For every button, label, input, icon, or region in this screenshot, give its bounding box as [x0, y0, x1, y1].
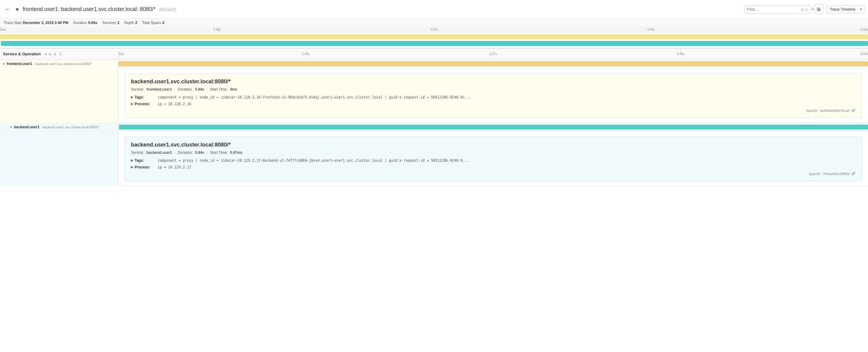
service-op-header: Service & Operation ▾ ▸ ↡ ↧	[0, 51, 119, 57]
spans-container: ▾ frontend.user1 backend.user1.svc.clust…	[0, 60, 868, 186]
span-timeline-frontend[interactable]	[119, 60, 868, 68]
tags-value-fe: component = proxy | node_id = sidecar~10…	[158, 95, 471, 99]
span-service-backend: backend.user1	[14, 125, 39, 129]
span-bar-frontend	[119, 61, 868, 66]
search-next-button[interactable]: ▷	[805, 7, 809, 12]
detail-meta-frontend: Service: frontend.user1 | Duration: 5.94…	[131, 87, 856, 91]
trace-title-text: frontend.user1: backend.user1.svc.cluste…	[23, 6, 155, 12]
detail-left-spacer-backend	[0, 131, 119, 186]
detail-process-row-fe: ▶ Process: ip = 10.128.2.16	[131, 102, 856, 106]
detail-title-frontend: backend.user1.svc.cluster.local:8080/*	[131, 79, 856, 85]
search-input[interactable]	[747, 7, 798, 11]
column-header-row: Service & Operation ▾ ▸ ↡ ↧ 0ms 1.49s 2.…	[0, 49, 868, 60]
depth-label: Depth	[124, 21, 134, 25]
process-expand-button-be[interactable]: ▶	[131, 165, 133, 169]
span-op-frontend: backend.user1.svc.cluster.local:8080/*	[35, 62, 92, 66]
process-expand-button-fe[interactable]: ▶	[131, 102, 133, 106]
span-id-link-be[interactable]: 🔗	[851, 172, 856, 176]
search-box: ◁ ▷ ✕	[744, 5, 811, 14]
view-selector-wrapper: Trace Timeline Trace Graph Trace Statist…	[827, 5, 864, 13]
detail-tags-row-be: ▶ Tags: component = proxy | node_id = si…	[131, 158, 856, 163]
detail-row-backend: backend.user1.svc.cluster.local:8080/* S…	[0, 131, 868, 186]
span-chevron-backend[interactable]: ▾	[10, 125, 12, 129]
detail-duration-value-be: 5.94s	[195, 150, 204, 155]
detail-service-label-be: Service:	[131, 150, 144, 155]
span-chevron-frontend[interactable]: ▾	[3, 62, 5, 66]
span-id-label-fe: SpanID:	[806, 109, 818, 113]
depth-value: 2	[135, 21, 137, 25]
col-controls: ▾ ▸ ↡ ↧	[44, 51, 63, 57]
detail-duration-label-be: Duration:	[178, 150, 193, 155]
search-prev-button[interactable]: ◁	[800, 7, 804, 12]
tags-label-fe: Tags:	[134, 95, 156, 99]
tags-expand-button-fe[interactable]: ▶	[131, 95, 133, 99]
span-row-backend: ▾ backend.user1 backend.user1.svc.cluste…	[0, 123, 868, 131]
span-op-backend: backend.user1.svc.cluster.local:8080/*	[42, 125, 99, 129]
detail-duration-label-fe: Duration:	[178, 87, 193, 91]
detail-panel-backend: backend.user1.svc.cluster.local:8080/* S…	[119, 131, 868, 186]
span-timeline-backend[interactable]	[119, 123, 868, 131]
detail-inner-backend: backend.user1.svc.cluster.local:8080/* S…	[125, 137, 862, 181]
service-op-label: Service & Operation	[3, 52, 41, 56]
expand-button[interactable]: ▸	[49, 51, 52, 57]
tags-label-be: Tags:	[134, 158, 156, 163]
collapse-children-button[interactable]: ↡	[53, 51, 57, 57]
expand-all-button[interactable]: ↧	[58, 51, 63, 57]
span-id-row-fe: SpanID: 8a8984a39827bca0 🔗	[131, 109, 856, 113]
minimap-bar-backend	[1, 41, 868, 46]
detail-panel-frontend: backend.user1.svc.cluster.local:8080/* S…	[119, 68, 868, 123]
span-label-backend[interactable]: ▾ backend.user1 backend.user1.svc.cluste…	[0, 123, 119, 131]
trace-start-value: December 3, 2019 2:40 PM	[23, 21, 68, 25]
minimap	[0, 32, 868, 48]
span-row-frontend: ▾ frontend.user1 backend.user1.svc.clust…	[0, 60, 868, 68]
ruler-label-0ms: 0ms	[0, 28, 6, 31]
trace-meta-bar: Trace Start December 3, 2019 2:40 PM Dur…	[0, 19, 868, 27]
minimap-ruler: 0ms 1.49s 2.97s 4.46s 5.94s	[0, 27, 868, 32]
view-selector[interactable]: Trace Timeline Trace Graph Trace Statist…	[827, 5, 864, 13]
ruler-label-446s: 4.46s	[647, 28, 654, 31]
span-id-link-fe[interactable]: 🔗	[851, 109, 856, 113]
services-value: 2	[117, 21, 119, 25]
detail-start-label-be: Start Time:	[210, 150, 227, 155]
process-label-be: Process:	[134, 165, 156, 169]
grid-button[interactable]: ⊞	[814, 5, 824, 14]
collapse-all-button[interactable]: ▾	[44, 51, 48, 57]
detail-start-label-fe: Start Time:	[210, 87, 227, 91]
trace-id: d52ae32	[159, 7, 176, 12]
span-id-value-fe: 8a8984a39827bca0	[820, 109, 849, 113]
detail-inner-frontend: backend.user1.svc.cluster.local:8080/* S…	[125, 73, 862, 118]
minimap-bar-frontend	[0, 34, 868, 39]
total-spans-label: Total Spans	[142, 21, 161, 25]
detail-service-label-fe: Service:	[131, 87, 144, 91]
timeline-header: 0ms 1.49s 2.97s 4.46s 5.94s	[119, 49, 868, 60]
th-ruler-594s: 5.94s	[861, 52, 868, 56]
detail-service-value-be: backend.user1	[146, 150, 172, 155]
back-button[interactable]: ←	[4, 5, 11, 14]
tags-expand-button-be[interactable]: ▶	[131, 158, 133, 162]
span-id-value-be: 784aa659c39ff03f	[823, 172, 849, 176]
minimap-section: 0ms 1.49s 2.97s 4.46s 5.94s	[0, 27, 868, 49]
duration-label: Duration	[73, 21, 87, 25]
duration-value: 5.94s	[88, 21, 97, 25]
detail-title-backend: backend.user1.svc.cluster.local:8080/*	[131, 142, 856, 148]
trace-start-label: Trace Start	[4, 21, 22, 25]
span-id-label-be: SpanID:	[809, 172, 821, 176]
process-value-fe: ip = 10.128.2.16	[158, 102, 191, 106]
ruler-label-594s: 5.94s	[861, 28, 868, 31]
detail-left-spacer-frontend	[0, 68, 119, 123]
th-ruler-0ms: 0ms	[119, 52, 124, 56]
detail-duration-value-fe: 5.94s	[195, 87, 204, 91]
process-value-be: ip = 10.129.2.17	[158, 165, 191, 169]
span-label-frontend[interactable]: ▾ frontend.user1 backend.user1.svc.clust…	[0, 60, 119, 68]
header: ← ▾ frontend.user1: backend.user1.svc.cl…	[0, 0, 868, 19]
trace-title: frontend.user1: backend.user1.svc.cluste…	[23, 6, 741, 13]
detail-process-row-be: ▶ Process: ip = 10.129.2.17	[131, 165, 856, 169]
services-label: Services	[102, 21, 116, 25]
search-nav: ◁ ▷ ✕	[800, 7, 815, 12]
detail-service-value-fe: frontend.user1	[146, 87, 172, 91]
detail-start-value-be: 0.47ms	[230, 150, 242, 155]
detail-meta-backend: Service: backend.user1 | Duration: 5.94s…	[131, 150, 856, 155]
collapse-button[interactable]: ▾	[14, 5, 20, 14]
tags-value-be: component = proxy | node_id = sidecar~10…	[158, 158, 469, 163]
detail-start-value-fe: 0ms	[230, 87, 237, 91]
